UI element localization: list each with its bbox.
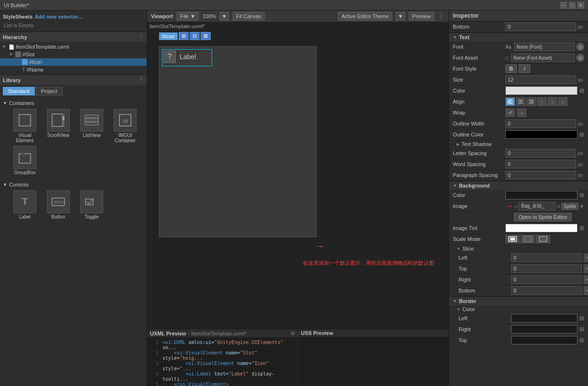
align-left-btn[interactable] (505, 97, 515, 106)
align-right-btn[interactable]: ⊠ (201, 32, 211, 40)
color-swatch[interactable] (505, 86, 577, 95)
border-section-header[interactable]: ▼ Border (449, 297, 588, 305)
lib-item-label[interactable]: T Label (10, 190, 40, 219)
letter-spacing-input[interactable] (505, 149, 576, 157)
image-tint-swatch[interactable] (505, 224, 577, 232)
library-tab-project[interactable]: Project (36, 87, 63, 95)
align-right-btn[interactable] (526, 97, 536, 106)
add-selector-button[interactable]: Add new selector... (34, 14, 82, 20)
hierarchy-menu-icon[interactable]: ⋮ (139, 34, 144, 40)
lib-item-list-view[interactable]: ListView (76, 109, 107, 143)
color-picker-icon[interactable]: ⊞ (579, 87, 584, 94)
viewport-menu-icon[interactable]: ⋮ (438, 12, 445, 20)
align-top-btn[interactable]: ↑ (537, 97, 546, 106)
theme-dropdown-button[interactable]: ▼ (396, 12, 405, 21)
slice-right-minus[interactable]: − (584, 275, 588, 284)
border-right-swatch[interactable] (511, 325, 577, 334)
lib-item-toggle[interactable]: Toggle (76, 190, 107, 219)
center-btn[interactable]: ⊟ (190, 32, 200, 40)
slice-header[interactable]: ▼ Slice (449, 245, 588, 252)
font-picker-btn[interactable]: ⊙ (577, 43, 584, 51)
paragraph-spacing-input[interactable] (505, 171, 576, 179)
bg-color-icon[interactable]: ⊞ (579, 192, 584, 198)
hierarchy-item-slot[interactable]: ▼ #Slot (0, 51, 147, 58)
slice-top-input[interactable] (511, 264, 582, 273)
window-title: UI Builder* (4, 2, 29, 8)
outline-color-icon[interactable]: ⊞ (579, 131, 584, 138)
slice-top-minus[interactable]: − (584, 264, 588, 273)
hierarchy-root[interactable]: ▼ 📄 ItemSlotTemplate.uxml (0, 43, 147, 51)
hierarchy-item-name[interactable]: T #Name (0, 66, 147, 73)
preview-button[interactable]: Preview (409, 12, 434, 21)
fit-canvas-button[interactable]: Fit Canvas (233, 12, 265, 21)
slice-bottom-input[interactable] (511, 286, 582, 295)
slice-left-input[interactable] (511, 253, 582, 262)
slice-left-minus[interactable]: − (584, 253, 588, 262)
zoom-dropdown-button[interactable]: ▼ (220, 12, 229, 21)
image-tint-icon[interactable]: ⊞ (579, 225, 584, 231)
word-spacing-row: Word Spacing px (449, 159, 588, 170)
align-bottom-btn[interactable]: ↓ (558, 97, 567, 106)
svg-rect-30 (540, 238, 546, 240)
slice-bottom-minus[interactable]: − (584, 286, 588, 295)
align-middle-btn[interactable]: ↕ (547, 97, 557, 106)
font-asset-picker-btn[interactable]: ⊙ (577, 54, 584, 62)
font-asset-field[interactable]: None (Font Asset) (511, 53, 575, 62)
align-center-btn[interactable] (516, 97, 525, 106)
scale-btn-1[interactable] (505, 235, 520, 243)
font-asset-field[interactable]: None (Font) (514, 42, 575, 51)
image-asset-field[interactable]: Bag_未知_ (519, 202, 556, 210)
active-editor-theme-button[interactable]: Active Editor Theme (338, 12, 392, 21)
background-section-header[interactable]: ▼ Background (449, 181, 588, 190)
svg-text:GB: GB (21, 152, 27, 156)
word-spacing-value: px (505, 160, 587, 168)
wrap-btn-2[interactable]: → (517, 108, 526, 117)
containers-category-header[interactable]: ▼ Containers (3, 99, 144, 107)
zoom-value: 100% (203, 13, 216, 19)
lib-item-imgui-container[interactable]: IM IMGUIContainer (110, 109, 140, 143)
wrap-btn-1[interactable]: ⏎ (505, 108, 515, 117)
word-spacing-input[interactable] (505, 160, 576, 168)
lib-item-scroll-view[interactable]: ScrollView (43, 109, 74, 143)
maximize-button[interactable]: □ (569, 2, 576, 9)
lib-item-button[interactable]: BTN Button (43, 190, 74, 219)
hierarchy-item-icon[interactable]: #Icon (0, 58, 147, 66)
slice-right-input[interactable] (511, 275, 582, 284)
size-input[interactable] (505, 75, 576, 84)
viewport-element: ? Label (163, 51, 196, 63)
border-left-swatch[interactable] (511, 314, 577, 323)
border-right-icon[interactable]: ⊞ (579, 326, 584, 333)
border-left-icon[interactable]: ⊞ (579, 315, 584, 322)
align-left-btn[interactable]: ⊞ (179, 32, 189, 40)
viewport-area[interactable]: ItemSlotTemplate.uxml* #Icon ⊞ ⊟ ⊠ ? Lab… (147, 22, 449, 329)
border-color-header[interactable]: ▼ Color (449, 305, 588, 313)
toggle-icon (80, 190, 103, 213)
scale-btn-2[interactable] (521, 235, 535, 243)
library-menu-icon[interactable]: ⋮ (139, 77, 144, 83)
bold-button[interactable]: B (505, 64, 517, 73)
lib-item-visual-element[interactable]: VisualElement (10, 109, 40, 143)
sprite-dropdown-arrow[interactable]: ▼ (579, 204, 584, 209)
sprite-dropdown-btn[interactable]: Sprite (561, 203, 578, 210)
border-top-icon[interactable]: ⊞ (579, 337, 584, 344)
italic-button[interactable]: I (519, 64, 530, 73)
close-button[interactable]: ✕ (577, 2, 584, 9)
bottom-input[interactable] (505, 22, 576, 31)
text-shadow-header[interactable]: ▶ Text Shadow (449, 140, 588, 148)
outline-color-swatch[interactable] (505, 130, 577, 139)
minimize-button[interactable]: ─ (560, 2, 567, 9)
bg-color-label: Color (453, 192, 505, 198)
uxml-preview-subtitle: - ItemSlotTemplate.uxml* (188, 331, 246, 336)
uxml-export-icon[interactable]: ⧉ (291, 330, 295, 336)
file-button[interactable]: File ▼ (177, 12, 199, 21)
lib-item-group-box[interactable]: GB GroupBox (10, 146, 40, 175)
controls-category-header[interactable]: ▼ Controls (3, 181, 144, 188)
library-tab-standard[interactable]: Standard (3, 87, 35, 95)
open-sprite-editor-button[interactable]: Open in Sprite Editor (514, 213, 571, 221)
bg-color-swatch[interactable] (505, 191, 577, 199)
outline-width-input[interactable] (505, 119, 576, 128)
text-section-header[interactable]: ▼ Text (449, 33, 588, 42)
outline-color-value: ⊞ (505, 130, 584, 139)
border-top-swatch[interactable] (511, 336, 577, 344)
scale-btn-3[interactable] (536, 235, 550, 243)
